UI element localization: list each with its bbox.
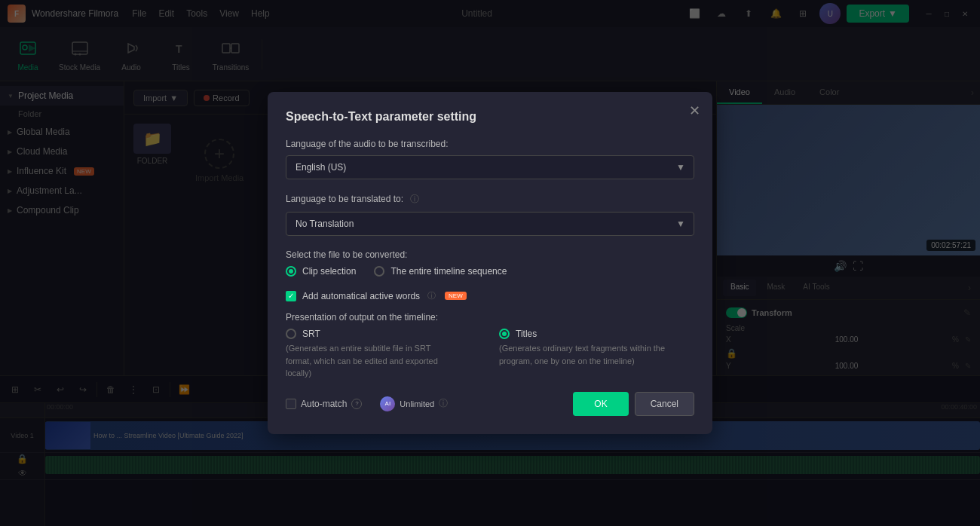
output-label: Presentation of output on the timeline: (286, 312, 694, 323)
automatch-label: Auto-match (301, 399, 347, 409)
add-words-row: ✓ Add automatical active words ⓘ NEW (286, 290, 694, 301)
unlimited-label: Unlimited (400, 399, 434, 408)
dialog-title: Speech-to-Text parameter setting (286, 110, 694, 124)
dialog-buttons: OK Cancel (573, 392, 694, 416)
titles-label: Titles (516, 329, 537, 339)
srt-description: (Generates an entire subtitle file in SR… (286, 342, 452, 380)
cancel-button[interactable]: Cancel (635, 392, 694, 416)
lang-translate-select-wrapper: No Translation ▼ (286, 212, 694, 236)
unlimited-row: AI Unlimited ⓘ (380, 396, 448, 411)
lang-translate-select[interactable]: No Translation (286, 212, 694, 236)
clip-selection-label: Clip selection (302, 266, 356, 277)
output-options: SRT (Generates an entire subtitle file i… (286, 329, 694, 380)
automatch-help-icon[interactable]: ? (351, 399, 362, 409)
lang-audio-select-wrapper: English (US) ▼ (286, 155, 694, 179)
dialog-close-button[interactable]: ✕ (689, 104, 700, 118)
unlimited-info-icon[interactable]: ⓘ (439, 397, 448, 410)
dialog-bottom-left: Auto-match ? AI Unlimited ⓘ (286, 396, 448, 411)
lang-translate-label: Language to be translated to: ⓘ (286, 193, 694, 206)
dialog-bottom: Auto-match ? AI Unlimited ⓘ OK Cancel (286, 392, 694, 416)
checkbox-check-icon: ✓ (288, 292, 294, 300)
radio-clip-selection[interactable]: Clip selection (286, 266, 356, 277)
select-file-label: Select the file to be converted: (286, 249, 694, 260)
add-words-badge: NEW (445, 292, 467, 300)
titles-radio-circle (499, 329, 510, 339)
entire-timeline-label: The entire timeline sequence (390, 266, 507, 277)
add-words-checkbox[interactable]: ✓ (286, 291, 296, 301)
titles-description: (Generates ordinary text fragments withi… (499, 342, 694, 367)
lang-translate-info-icon[interactable]: ⓘ (410, 194, 419, 204)
lang-translate-section: Language to be translated to: ⓘ No Trans… (286, 193, 694, 236)
titles-option: Titles (Generates ordinary text fragment… (499, 329, 694, 367)
titles-radio-dot (502, 332, 507, 336)
modal-overlay: Speech-to-Text parameter setting ✕ Langu… (0, 0, 980, 526)
lang-audio-label: Language of the audio to be transcribed: (286, 139, 694, 149)
add-words-label: Add automatical active words (302, 291, 420, 301)
entire-timeline-radio-circle (374, 266, 384, 277)
srt-option: SRT (Generates an entire subtitle file i… (286, 329, 481, 380)
add-words-info-icon[interactable]: ⓘ (427, 290, 436, 301)
clip-selection-radio-dot (289, 269, 293, 274)
radio-titles[interactable]: Titles (499, 329, 694, 339)
ai-icon: AI (380, 396, 395, 411)
select-file-section: Select the file to be converted: Clip se… (286, 249, 694, 277)
radio-entire-timeline[interactable]: The entire timeline sequence (374, 266, 507, 277)
ok-button[interactable]: OK (573, 392, 628, 416)
automatch-checkbox[interactable] (286, 399, 296, 409)
output-section: Presentation of output on the timeline: … (286, 312, 694, 380)
file-selection-radios: Clip selection The entire timeline seque… (286, 266, 694, 277)
radio-srt[interactable]: SRT (286, 329, 481, 339)
srt-radio-circle (286, 329, 296, 339)
automatch-row: Auto-match ? (286, 399, 362, 409)
speech-to-text-dialog: Speech-to-Text parameter setting ✕ Langu… (268, 92, 712, 434)
srt-label: SRT (302, 329, 320, 339)
lang-audio-select[interactable]: English (US) (286, 155, 694, 179)
clip-selection-radio-circle (286, 266, 296, 277)
lang-audio-section: Language of the audio to be transcribed:… (286, 139, 694, 179)
